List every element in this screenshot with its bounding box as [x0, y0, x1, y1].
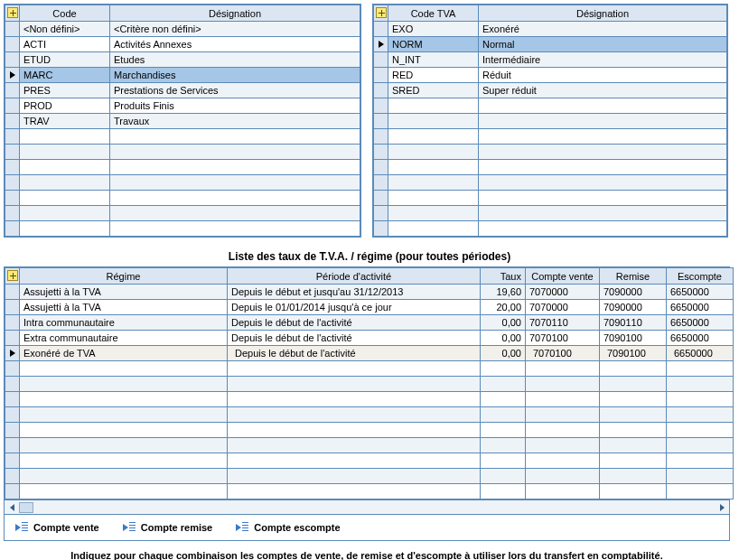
cell-empty[interactable]: [20, 423, 228, 438]
cell-empty[interactable]: [388, 129, 479, 145]
table-row-empty[interactable]: [5, 206, 360, 221]
cell-empty[interactable]: [388, 206, 479, 221]
cell-empty[interactable]: [388, 98, 479, 114]
cell-empty[interactable]: [388, 145, 479, 160]
cell-code[interactable]: SRED: [388, 83, 479, 98]
cell-empty[interactable]: [481, 377, 526, 392]
horizontal-scrollbar[interactable]: [4, 500, 730, 515]
cell-empty[interactable]: [600, 377, 667, 392]
table-row-empty[interactable]: [5, 221, 360, 237]
cell-empty[interactable]: [228, 392, 481, 407]
table-row[interactable]: ETUDEtudes: [5, 52, 360, 68]
cell-taux[interactable]: 19,60: [481, 285, 526, 300]
col-header-remise[interactable]: Remise: [600, 268, 667, 285]
cell-empty[interactable]: [20, 392, 228, 407]
cell-empty[interactable]: [110, 145, 360, 160]
cell-empty[interactable]: [600, 484, 667, 499]
cell-empty[interactable]: [667, 377, 734, 392]
cell-empty[interactable]: [526, 392, 600, 407]
cell-empty[interactable]: [388, 114, 479, 129]
table-row-empty[interactable]: [374, 114, 727, 129]
cell-remise[interactable]: 7090100: [600, 331, 667, 346]
cell-empty[interactable]: [228, 469, 481, 484]
col-header-compte-vente[interactable]: Compte vente: [526, 268, 600, 285]
table-row[interactable]: <Non défini><Critère non défini>: [5, 22, 360, 37]
cell-designation[interactable]: Super réduit: [479, 83, 727, 98]
cell-empty[interactable]: [20, 361, 228, 377]
cell-empty[interactable]: [20, 377, 228, 392]
cell-empty[interactable]: [20, 453, 228, 469]
col-header-periode[interactable]: Période d'activité: [228, 268, 481, 285]
cell-designation[interactable]: Intermédiaire: [479, 52, 727, 68]
table-row[interactable]: NORMNormal: [374, 37, 727, 52]
cell-periode[interactable]: Depuis le début de l'activité: [228, 346, 481, 361]
cell-regime[interactable]: Assujetti à la TVA: [20, 300, 228, 315]
table-row[interactable]: SREDSuper réduit: [374, 83, 727, 98]
col-header-escompte[interactable]: Escompte: [667, 268, 734, 285]
table-row-empty[interactable]: [374, 206, 727, 221]
code-table[interactable]: Code Désignation <Non défini><Critère no…: [5, 5, 360, 237]
table-row-empty[interactable]: [5, 423, 734, 438]
cell-empty[interactable]: [20, 438, 228, 453]
cell-empty[interactable]: [20, 407, 228, 423]
table-row-empty[interactable]: [5, 160, 360, 175]
col-header-code[interactable]: Code: [20, 5, 110, 22]
table-row[interactable]: EXOExonéré: [374, 22, 727, 37]
cell-empty[interactable]: [20, 469, 228, 484]
cell-empty[interactable]: [110, 129, 360, 145]
cell-code[interactable]: ACTI: [20, 37, 110, 52]
cell-regime[interactable]: Exonéré de TVA: [20, 346, 228, 361]
cell-empty[interactable]: [526, 453, 600, 469]
cell-empty[interactable]: [228, 361, 481, 377]
table-row-empty[interactable]: [5, 361, 734, 377]
cell-empty[interactable]: [667, 361, 734, 377]
cell-code[interactable]: PRES: [20, 83, 110, 98]
cell-empty[interactable]: [667, 438, 734, 453]
cell-remise[interactable]: 7090110: [600, 315, 667, 331]
cell-empty[interactable]: [600, 392, 667, 407]
col-header-regime[interactable]: Régime: [20, 268, 228, 285]
cell-empty[interactable]: [20, 221, 110, 237]
cell-empty[interactable]: [228, 377, 481, 392]
scroll-right-button[interactable]: [715, 501, 729, 514]
add-row-corner[interactable]: [374, 5, 388, 22]
cell-designation[interactable]: Prestations de Services: [110, 83, 360, 98]
table-row-empty[interactable]: [5, 469, 734, 484]
cell-empty[interactable]: [526, 469, 600, 484]
table-row-empty[interactable]: [5, 191, 360, 206]
cell-compte-vente[interactable]: 7070110: [526, 315, 600, 331]
cell-empty[interactable]: [388, 160, 479, 175]
cell-code[interactable]: NORM: [388, 37, 479, 52]
cell-empty[interactable]: [20, 145, 110, 160]
cell-remise[interactable]: 7090100: [600, 346, 667, 361]
cell-empty[interactable]: [20, 160, 110, 175]
cell-empty[interactable]: [481, 438, 526, 453]
cell-empty[interactable]: [481, 469, 526, 484]
table-row[interactable]: Assujetti à la TVADepuis le début et jus…: [5, 285, 734, 300]
table-row-empty[interactable]: [5, 438, 734, 453]
cell-empty[interactable]: [228, 438, 481, 453]
cell-designation[interactable]: Travaux: [110, 114, 360, 129]
table-row-empty[interactable]: [5, 129, 360, 145]
cell-empty[interactable]: [110, 206, 360, 221]
cell-taux[interactable]: 0,00: [481, 346, 526, 361]
cell-code[interactable]: ETUD: [20, 52, 110, 68]
table-row[interactable]: REDRéduit: [374, 68, 727, 83]
cell-empty[interactable]: [481, 484, 526, 499]
cell-empty[interactable]: [526, 377, 600, 392]
cell-empty[interactable]: [600, 361, 667, 377]
table-row-empty[interactable]: [5, 453, 734, 469]
cell-code[interactable]: <Non défini>: [20, 22, 110, 37]
compte-vente-button[interactable]: Compte vente: [12, 520, 103, 535]
table-row[interactable]: MARCMarchandises: [5, 68, 360, 83]
cell-empty[interactable]: [600, 407, 667, 423]
table-row-empty[interactable]: [374, 221, 727, 237]
cell-compte-vente[interactable]: 7070000: [526, 300, 600, 315]
add-row-corner[interactable]: [5, 268, 20, 285]
cell-empty[interactable]: [667, 392, 734, 407]
compte-escompte-button[interactable]: Compte escompte: [232, 520, 343, 535]
cell-designation[interactable]: Marchandises: [110, 68, 360, 83]
cell-taux[interactable]: 20,00: [481, 300, 526, 315]
compte-remise-button[interactable]: Compte remise: [119, 520, 216, 535]
cell-escompte[interactable]: 6650000: [667, 300, 734, 315]
